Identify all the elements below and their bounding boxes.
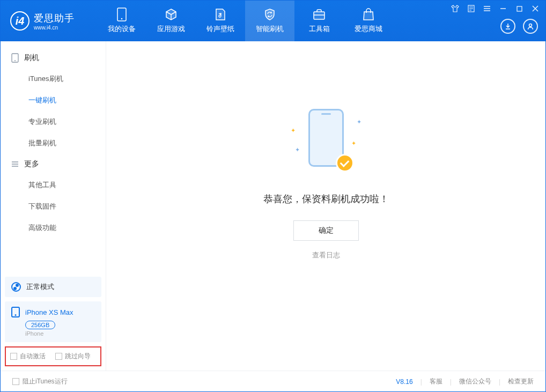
support-link[interactable]: 客服: [430, 377, 442, 386]
download-button[interactable]: [500, 19, 515, 34]
list-icon: [11, 161, 19, 167]
bag-icon: [362, 8, 375, 21]
app-url: www.i4.cn: [34, 25, 75, 31]
sparkle-icon: ✦: [357, 119, 361, 125]
main-tabs: 我的设备 应用游戏 铃声壁纸 智能刷机 工具箱 爱思商城: [97, 1, 393, 41]
tab-store[interactable]: 爱思商城: [344, 1, 393, 41]
tab-apps[interactable]: 应用游戏: [146, 1, 196, 41]
sidebar-group-more: 更多: [1, 154, 106, 174]
mode-icon: [11, 282, 21, 292]
checkbox-icon: [12, 378, 19, 385]
minimize-button[interactable]: [497, 3, 509, 14]
tab-ringtones[interactable]: 铃声壁纸: [196, 1, 245, 41]
sparkle-icon: ✦: [291, 127, 296, 134]
tab-flash[interactable]: 智能刷机: [245, 1, 294, 41]
sidebar-item-itunes-flash[interactable]: iTunes刷机: [1, 68, 106, 90]
svg-point-7: [14, 60, 16, 61]
svg-point-5: [529, 24, 532, 27]
tab-my-device[interactable]: 我的设备: [97, 1, 146, 41]
device-icon: [11, 53, 19, 63]
status-bar: 阻止iTunes运行 V8.16 | 客服 | 微信公众号 | 检查更新: [1, 371, 545, 392]
user-button[interactable]: [523, 19, 538, 34]
window-controls: [449, 3, 541, 14]
sparkle-icon: ✦: [295, 146, 300, 153]
logo-icon: i4: [10, 11, 29, 31]
view-log-link[interactable]: 查看日志: [312, 250, 340, 260]
refresh-shield-icon: [263, 8, 276, 21]
svg-rect-2: [314, 12, 324, 19]
app-name: 爱思助手: [34, 12, 75, 25]
tab-toolbox[interactable]: 工具箱: [294, 1, 344, 41]
mode-label: 正常模式: [26, 282, 54, 292]
checkbox-skip-guide[interactable]: 跳过向导: [55, 352, 91, 361]
sidebar-item-advanced[interactable]: 高级功能: [1, 217, 106, 239]
close-button[interactable]: [529, 3, 541, 14]
menu-icon[interactable]: [481, 3, 493, 14]
checkbox-icon: [10, 353, 17, 360]
checkbox-icon: [55, 353, 62, 360]
svg-rect-4: [517, 6, 522, 11]
device-capacity: 256GB: [25, 321, 55, 329]
main-content: ✦ ✦ ✦ ✦ 恭喜您，保资料刷机成功啦！ 确定 查看日志: [106, 41, 545, 371]
device-type: iPhone: [25, 330, 95, 337]
sidebar-item-onekey-flash[interactable]: 一键刷机: [1, 90, 106, 111]
success-illustration: ✦ ✦ ✦ ✦: [283, 109, 369, 179]
device-name: iPhone XS Max: [25, 308, 73, 316]
sparkle-icon: ✦: [351, 140, 356, 147]
version-label: V8.16: [396, 378, 412, 386]
briefcase-icon: [313, 8, 326, 21]
success-message: 恭喜您，保资料刷机成功啦！: [263, 193, 389, 205]
check-update-link[interactable]: 检查更新: [508, 377, 534, 386]
ok-button[interactable]: 确定: [293, 220, 359, 241]
sidebar-item-pro-flash[interactable]: 专业刷机: [1, 111, 106, 132]
wechat-link[interactable]: 微信公众号: [459, 377, 491, 386]
mode-card[interactable]: 正常模式: [5, 277, 101, 297]
music-file-icon: [214, 8, 227, 21]
shirt-icon[interactable]: [449, 3, 461, 14]
phone-icon: [115, 8, 128, 21]
device-card[interactable]: iPhone XS Max 256GB iPhone: [5, 301, 101, 342]
app-logo: i4 爱思助手 www.i4.cn: [1, 1, 97, 41]
header-actions: [500, 19, 538, 34]
title-bar: i4 爱思助手 www.i4.cn 我的设备 应用游戏 铃声壁纸 智能刷机 工具…: [1, 1, 545, 41]
svg-point-1: [121, 18, 123, 20]
maximize-button[interactable]: [513, 3, 525, 14]
checkbox-block-itunes[interactable]: 阻止iTunes运行: [12, 377, 68, 386]
sidebar: 刷机 iTunes刷机 一键刷机 专业刷机 批量刷机 更多 其他工具 下载固件 …: [1, 41, 106, 371]
success-check-icon: [336, 154, 354, 172]
cube-icon: [165, 8, 178, 21]
sidebar-item-other-tools[interactable]: 其他工具: [1, 174, 106, 196]
note-icon[interactable]: [465, 3, 477, 14]
checkbox-auto-activate[interactable]: 自动激活: [10, 352, 46, 361]
checkbox-highlight-box: 自动激活 跳过向导: [5, 346, 101, 366]
sidebar-item-download-firmware[interactable]: 下载固件: [1, 196, 106, 217]
device-phone-icon: [11, 307, 20, 317]
sidebar-group-flash: 刷机: [1, 48, 106, 68]
sidebar-item-batch-flash[interactable]: 批量刷机: [1, 132, 106, 154]
